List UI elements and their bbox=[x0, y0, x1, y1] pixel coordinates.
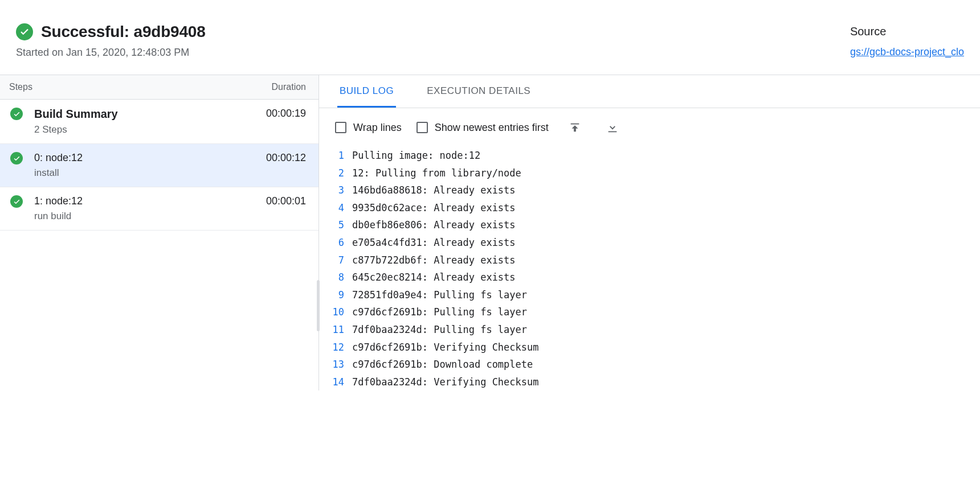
header-right: Source gs://gcb-docs-project_clo bbox=[850, 23, 964, 58]
log-line: 8645c20ec8214: Already exists bbox=[324, 269, 980, 286]
log-toolbar: Wrap lines Show newest entries first bbox=[319, 108, 980, 147]
tab-execution-details[interactable]: EXECUTION DETAILS bbox=[424, 75, 533, 108]
wrap-lines-option[interactable]: Wrap lines bbox=[335, 122, 402, 134]
step-title: 0: node:12 bbox=[34, 152, 83, 164]
log-line: 6e705a4c4fd31: Already exists bbox=[324, 234, 980, 252]
line-text: db0efb86e806: Already exists bbox=[352, 216, 516, 234]
step-row[interactable]: 1: node:12run build00:00:01 bbox=[0, 187, 318, 231]
step-content: Build Summary 2 Steps 00:00:19 bbox=[34, 108, 306, 135]
build-summary-title: Build Summary bbox=[34, 108, 118, 121]
log-panel: BUILD LOG EXECUTION DETAILS Wrap lines S… bbox=[319, 75, 980, 390]
success-icon bbox=[10, 152, 23, 165]
log-line: 13c97d6cf2691b: Download complete bbox=[324, 356, 980, 373]
log-line: 117df0baa2324d: Pulling fs layer bbox=[324, 321, 980, 339]
line-text: c97d6cf2691b: Verifying Checksum bbox=[352, 339, 539, 356]
log-line: 49935d0c62ace: Already exists bbox=[324, 199, 980, 217]
line-text: c97d6cf2691b: Pulling fs layer bbox=[352, 303, 527, 321]
line-text: 645c20ec8214: Already exists bbox=[352, 269, 516, 286]
newest-first-label: Show newest entries first bbox=[435, 122, 549, 134]
log-line: 3146bd6a88618: Already exists bbox=[324, 182, 980, 199]
line-number: 13 bbox=[324, 356, 352, 373]
line-number: 12 bbox=[324, 339, 352, 356]
line-text: 146bd6a88618: Already exists bbox=[352, 182, 516, 199]
line-number: 14 bbox=[324, 373, 352, 391]
build-summary-duration: 00:00:19 bbox=[266, 108, 306, 135]
line-text: c877b722db6f: Already exists bbox=[352, 252, 516, 269]
line-number: 4 bbox=[324, 199, 352, 217]
build-summary-subtitle: 2 Steps bbox=[34, 124, 118, 135]
success-icon bbox=[10, 195, 23, 208]
started-timestamp: Started on Jan 15, 2020, 12:48:03 PM bbox=[16, 47, 206, 59]
log-line: 12c97d6cf2691b: Verifying Checksum bbox=[324, 339, 980, 356]
log-line: 1Pulling image: node:12 bbox=[324, 147, 980, 165]
line-number: 2 bbox=[324, 165, 352, 182]
tabs: BUILD LOG EXECUTION DETAILS bbox=[319, 75, 980, 108]
log-line: 972851fd0a9e4: Pulling fs layer bbox=[324, 286, 980, 304]
step-content: 0: node:12install00:00:12 bbox=[34, 152, 306, 179]
step-subtitle: run build bbox=[34, 211, 83, 222]
steps-header: Steps Duration bbox=[0, 75, 318, 100]
line-number: 1 bbox=[324, 147, 352, 165]
success-icon bbox=[16, 23, 33, 40]
scroll-to-top-button[interactable] bbox=[564, 116, 586, 139]
success-icon bbox=[10, 108, 23, 120]
line-text: Pulling image: node:12 bbox=[352, 147, 480, 165]
log-line: 212: Pulling from library/node bbox=[324, 165, 980, 182]
log-line: 5db0efb86e806: Already exists bbox=[324, 216, 980, 234]
duration-header-label: Duration bbox=[272, 82, 306, 92]
line-number: 3 bbox=[324, 182, 352, 199]
title-row: Successful: a9db9408 bbox=[16, 23, 206, 41]
step-duration: 00:00:01 bbox=[266, 195, 306, 222]
line-text: e705a4c4fd31: Already exists bbox=[352, 234, 516, 252]
steps-panel: Steps Duration Build Summary 2 Steps 00:… bbox=[0, 75, 319, 390]
tab-build-log[interactable]: BUILD LOG bbox=[337, 75, 396, 108]
log-view[interactable]: 1Pulling image: node:12212: Pulling from… bbox=[319, 147, 980, 390]
line-number: 11 bbox=[324, 321, 352, 339]
newest-first-option[interactable]: Show newest entries first bbox=[416, 122, 549, 134]
log-line: 10c97d6cf2691b: Pulling fs layer bbox=[324, 303, 980, 321]
log-line: 7c877b722db6f: Already exists bbox=[324, 252, 980, 269]
line-number: 5 bbox=[324, 216, 352, 234]
build-summary-row[interactable]: Build Summary 2 Steps 00:00:19 bbox=[0, 100, 318, 144]
source-link[interactable]: gs://gcb-docs-project_clo bbox=[850, 46, 964, 57]
scrollbar[interactable] bbox=[317, 280, 320, 331]
step-subtitle: install bbox=[34, 167, 83, 179]
steps-header-label: Steps bbox=[9, 82, 32, 92]
line-number: 8 bbox=[324, 269, 352, 286]
line-number: 6 bbox=[324, 234, 352, 252]
line-text: 7df0baa2324d: Verifying Checksum bbox=[352, 373, 539, 391]
checkbox-icon bbox=[416, 122, 428, 133]
page-header: Successful: a9db9408 Started on Jan 15, … bbox=[0, 0, 980, 75]
source-label: Source bbox=[850, 25, 964, 38]
step-content: 1: node:12run build00:00:01 bbox=[34, 195, 306, 222]
line-number: 7 bbox=[324, 252, 352, 269]
page-title: Successful: a9db9408 bbox=[41, 23, 206, 41]
content: Steps Duration Build Summary 2 Steps 00:… bbox=[0, 75, 980, 390]
line-number: 10 bbox=[324, 303, 352, 321]
line-text: 72851fd0a9e4: Pulling fs layer bbox=[352, 286, 527, 304]
step-duration: 00:00:12 bbox=[266, 152, 306, 179]
step-title: 1: node:12 bbox=[34, 195, 83, 207]
step-row[interactable]: 0: node:12install00:00:12 bbox=[0, 144, 318, 187]
line-text: 9935d0c62ace: Already exists bbox=[352, 199, 516, 217]
line-text: 12: Pulling from library/node bbox=[352, 165, 521, 182]
download-button[interactable] bbox=[601, 116, 624, 139]
line-number: 9 bbox=[324, 286, 352, 304]
line-text: 7df0baa2324d: Pulling fs layer bbox=[352, 321, 527, 339]
line-text: c97d6cf2691b: Download complete bbox=[352, 356, 533, 373]
checkbox-icon bbox=[335, 122, 346, 133]
log-line: 147df0baa2324d: Verifying Checksum bbox=[324, 373, 980, 391]
wrap-lines-label: Wrap lines bbox=[353, 122, 402, 134]
header-left: Successful: a9db9408 Started on Jan 15, … bbox=[16, 23, 206, 59]
